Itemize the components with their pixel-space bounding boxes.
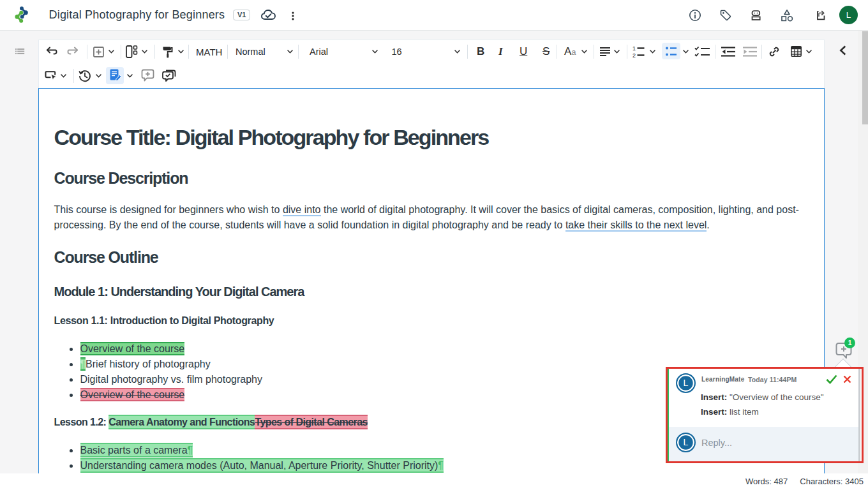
svg-text:1: 1 — [632, 45, 636, 52]
svg-text:2: 2 — [632, 52, 636, 59]
